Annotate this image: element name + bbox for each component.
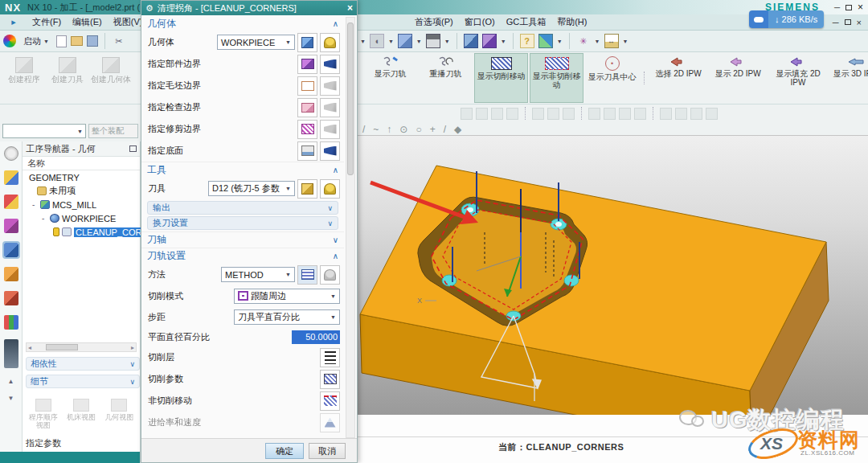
caret-icon[interactable]: ▼ bbox=[557, 39, 563, 44]
command-finder-icon[interactable]: ? bbox=[520, 34, 534, 48]
show-cutting-moves-button[interactable]: 显示切削移动 bbox=[474, 53, 528, 103]
part-navigator-icon[interactable] bbox=[4, 195, 18, 209]
details-panel[interactable]: 细节 ∨ bbox=[26, 375, 140, 388]
create-program-button[interactable]: 创建程序 bbox=[3, 54, 45, 100]
stepover-dropdown[interactable]: 刀具平直百分比 ▼ bbox=[234, 309, 340, 325]
process-assistant-icon[interactable] bbox=[4, 291, 18, 305]
assembly-scope-box[interactable]: 整个装配 bbox=[88, 124, 138, 138]
toolbar-icon[interactable] bbox=[660, 108, 672, 120]
new-method-button[interactable] bbox=[297, 265, 317, 285]
toolbar-icon[interactable] bbox=[619, 108, 631, 120]
new-file-icon[interactable] bbox=[56, 35, 67, 47]
cancel-button[interactable]: 取消 bbox=[309, 443, 346, 459]
toolbar-icon[interactable] bbox=[461, 108, 473, 120]
minimize-button[interactable]: ─ bbox=[834, 3, 840, 12]
tool-change-subsection[interactable]: 换刀设置 ∨ bbox=[147, 216, 338, 230]
column-header[interactable]: 名称 bbox=[23, 157, 140, 170]
spline-tool-icon[interactable]: ~ bbox=[373, 124, 379, 135]
geometry-dropdown[interactable]: WORKPIECE ▼ bbox=[217, 35, 295, 50]
tool-section-header[interactable]: 工具 ∧ bbox=[141, 162, 344, 178]
tree-row-mcs-mill[interactable]: - MCS_MILL bbox=[23, 198, 140, 211]
toolbar-icon[interactable] bbox=[588, 108, 600, 120]
edit-method-button[interactable] bbox=[320, 265, 340, 285]
tree-row-unused[interactable]: 未用项 bbox=[23, 184, 140, 198]
toolbar-icon[interactable] bbox=[604, 108, 616, 120]
point-tool-icon[interactable]: + bbox=[430, 124, 436, 135]
menu-gc-toolbox[interactable]: GC工具箱 bbox=[506, 16, 547, 28]
select-trim-boundary-button[interactable] bbox=[297, 120, 317, 139]
graphics-viewport[interactable]: X bbox=[356, 135, 868, 415]
line-tool-icon[interactable]: / bbox=[362, 124, 365, 135]
reuse-library-icon[interactable] bbox=[4, 219, 18, 233]
ok-button[interactable]: 确定 bbox=[265, 443, 304, 459]
expander-icon[interactable]: - bbox=[42, 214, 47, 223]
tree-row-cleanup-corners[interactable]: CLEANUP_COR bbox=[23, 225, 140, 239]
menu-preferences[interactable]: 首选项(P) bbox=[415, 16, 453, 28]
toolbar-icon[interactable] bbox=[563, 108, 575, 120]
path-settings-section-header[interactable]: 刀轨设置 ∧ bbox=[141, 248, 344, 264]
select-2d-ipw-button[interactable]: 选择 2D IPW bbox=[649, 53, 707, 103]
show-2d-ipw-button[interactable]: 显示 2D IPW bbox=[709, 53, 767, 103]
caret-icon[interactable]: ▼ bbox=[595, 39, 600, 44]
menu-help[interactable]: 帮助(H) bbox=[557, 16, 587, 28]
render-style-icon[interactable]: ◖ bbox=[370, 34, 384, 48]
tool-dropdown[interactable]: D12 (铣刀-5 参数 ▼ bbox=[208, 181, 295, 196]
display-floor-button[interactable] bbox=[320, 141, 340, 161]
caret-icon[interactable]: ▼ bbox=[444, 39, 450, 44]
select-check-boundary-button[interactable] bbox=[297, 98, 317, 117]
cut-pattern-dropdown[interactable]: 跟随周边 ▼ bbox=[234, 289, 340, 304]
selection-filter-combo[interactable]: ▼ bbox=[2, 124, 86, 138]
create-new-tool-button[interactable] bbox=[297, 179, 317, 199]
cut-icon[interactable]: ✂ bbox=[112, 34, 126, 48]
display-part-boundary-button[interactable] bbox=[320, 55, 340, 74]
edit-tool-button[interactable] bbox=[320, 179, 340, 199]
machine-tool-view-button[interactable]: 机床视图 bbox=[63, 399, 99, 429]
scroll-up-icon[interactable]: ▲ bbox=[8, 378, 14, 385]
scroll-down-icon[interactable]: ▼ bbox=[8, 395, 14, 402]
display-blank-boundary-button[interactable] bbox=[320, 76, 340, 96]
circle-center-tool-icon[interactable]: ⊙ bbox=[399, 124, 407, 135]
open-file-icon[interactable] bbox=[71, 36, 83, 46]
dialog-title-bar[interactable]: ⚙ 清理拐角 - [CLEANUP_CORNERS] × bbox=[141, 1, 357, 15]
toolbar-icon[interactable] bbox=[706, 108, 718, 120]
toolbar-icon[interactable] bbox=[675, 108, 687, 120]
toolbar-icon[interactable] bbox=[690, 108, 702, 120]
toolbar-icon[interactable] bbox=[547, 108, 559, 120]
menu-file[interactable]: 文件(F) bbox=[32, 16, 61, 28]
show-tool-center-button[interactable]: • 显示刀具中心 bbox=[585, 53, 639, 103]
replay-toolpath-button[interactable]: 重播刀轨 bbox=[419, 53, 473, 103]
output-subsection[interactable]: 输出 ∨ bbox=[147, 201, 338, 215]
menu-view[interactable]: 视图(V) bbox=[113, 16, 143, 28]
dialog-scrollbar[interactable] bbox=[346, 17, 355, 438]
horizontal-scrollbar[interactable]: ◂ ▸ bbox=[26, 342, 137, 352]
orient-view-cube-icon[interactable] bbox=[398, 34, 412, 48]
history-palette-icon[interactable] bbox=[4, 339, 18, 368]
circle-tool-icon[interactable]: ○ bbox=[416, 124, 421, 135]
tree-row-geometry[interactable]: GEOMETRY bbox=[23, 170, 140, 184]
machine-tool-navigator-icon[interactable] bbox=[4, 267, 18, 281]
create-tool-button[interactable]: 创建刀具 bbox=[47, 54, 88, 100]
toolbar-icon[interactable] bbox=[634, 108, 646, 120]
caret-icon[interactable]: ▼ bbox=[388, 39, 394, 44]
arrow-tool-icon[interactable]: ↑ bbox=[387, 124, 391, 135]
dialog-scroll-thumb[interactable] bbox=[347, 23, 354, 175]
expander-icon[interactable]: - bbox=[32, 200, 38, 209]
dialog-close-button[interactable]: × bbox=[347, 2, 353, 14]
show-filled-2d-ipw-button[interactable]: 显示填充 2D IPW bbox=[768, 53, 828, 103]
cutting-params-button[interactable] bbox=[320, 370, 340, 389]
menu-edit[interactable]: 编辑(E) bbox=[72, 16, 102, 28]
show-3d-ipw-button[interactable]: 显示 3D IPW bbox=[829, 53, 868, 103]
select-blank-boundary-button[interactable] bbox=[297, 76, 317, 96]
create-geometry-button[interactable]: 创建几何体 bbox=[90, 54, 132, 100]
menu-window[interactable]: 窗口(O) bbox=[465, 16, 495, 28]
close-button[interactable]: × bbox=[858, 2, 863, 13]
caret-icon[interactable]: ▼ bbox=[416, 39, 422, 44]
dependencies-panel[interactable]: 相依性 ∨ bbox=[26, 357, 140, 371]
child-restore-button[interactable] bbox=[845, 19, 851, 25]
start-menu-button[interactable]: 启动 ▼ bbox=[20, 35, 52, 48]
measure-distance-icon[interactable]: ↔ bbox=[604, 34, 619, 48]
tool-axis-section-header[interactable]: 刀轴 ∨ bbox=[141, 232, 344, 248]
show-noncutting-moves-button[interactable]: 显示非切削移动 bbox=[530, 53, 583, 103]
tree-row-workpiece[interactable]: - WORKPIECE bbox=[23, 211, 140, 225]
select-geometry-button[interactable] bbox=[297, 33, 317, 52]
